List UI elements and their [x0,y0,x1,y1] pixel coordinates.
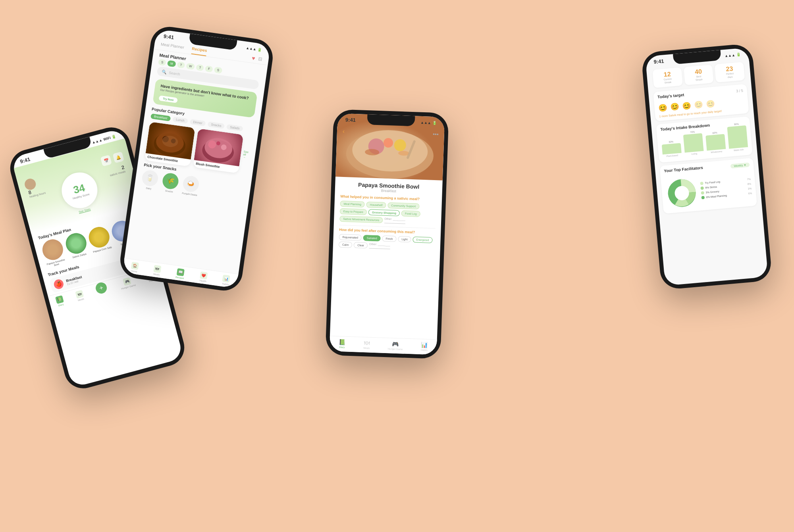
time-3: 9:41 [345,117,356,123]
time-4: 9:41 [653,58,664,65]
time-2: 9:41 [163,33,174,40]
tag-easy-prepare[interactable]: Easy to Prepare [340,208,367,215]
week-day-t2[interactable]: T [196,64,204,71]
snack-punjabi[interactable]: 🍛 Punjabi Daska [181,175,200,196]
week-day-t1[interactable]: T [177,61,185,68]
hunger-icon: 🎮 [123,277,131,286]
facilitator-tags: Meal Planning Househelf Community Suppor… [339,201,436,225]
calendar-icon[interactable]: 📅 [100,155,112,166]
living-label: Living [692,152,698,155]
meal-image-3 [87,225,112,250]
diary-icon: 📗 [55,296,64,304]
meals-icon-2: 🍽 [153,265,161,273]
nav-meals[interactable]: 🍽 Meals [75,290,85,302]
snack-snacks[interactable]: 🌾 Snacks [161,172,179,193]
week-day-f[interactable]: F [205,65,213,72]
punjabi-icon: 🍛 [182,175,200,193]
wholesome-pct: 60% [712,131,717,134]
nav-hunger-game[interactable]: 🎮 Hunger Game [119,276,136,290]
snacks-icon: 🌾 [162,172,179,190]
tag-energized[interactable]: Energized [412,236,432,243]
phone-detail-screen: 9:41 ▲▲▲ 🔋 ‹ ••• [330,113,445,355]
bell-icon[interactable]: 🔔 [113,152,124,163]
nav2-home[interactable]: 🏠 Home [130,262,139,273]
list-item[interactable]: Papaya Smoothie Bowl [39,237,67,269]
emoji-3: 😊 [682,101,692,111]
tag-meal-planning[interactable]: Meal Planning [340,201,365,207]
list-item[interactable]: Sattvic Daliya [64,231,91,263]
nav3-hunger[interactable]: 🎮 Hunger Game [388,340,403,350]
snack-dairy[interactable]: 🥛 Dairy [141,169,159,190]
recipe-card-blush[interactable]: Blush Smoothie [193,129,243,173]
meal-planning-text: 6% Meal Planning [706,194,727,199]
meals-label-3: Meals [363,347,370,350]
heart-icon[interactable]: ♥ [251,55,255,61]
cat-tab-snacks[interactable]: Snacks [208,121,225,129]
food-log-text: Try Food Log [705,180,720,184]
sattvic-meals-stat: 2 sattvic meals [108,164,126,177]
tag-calm[interactable]: Calm [339,242,353,248]
cat-tab-dinner[interactable]: Dinner [190,119,206,126]
back-button[interactable]: ‹ [343,128,345,135]
status-icons-3: ▲▲▲ 🔋 [420,120,437,125]
nav3-habits[interactable]: 📊 Habits [421,342,428,351]
nav2-habits[interactable]: 📊 Habits [222,275,230,286]
tag-fresh[interactable]: Fresh [382,236,396,242]
habits-icon-3: 📊 [421,342,428,348]
nav2-recipes[interactable]: 📖 Recipes [175,268,185,280]
tag-grocery[interactable]: Grocery Shopping [368,209,400,216]
tag-community[interactable]: Community Support [387,202,419,209]
tag-other-1: Other: ________ [384,217,405,224]
perfect-days-label: Perfectdays [719,72,741,80]
add-button[interactable]: + [94,281,108,295]
diary-label-3: Diary [339,346,345,348]
nav2-meals[interactable]: 🍽 Meals [153,265,161,276]
filter-icon[interactable]: ⊟ [258,56,263,62]
tag-movement[interactable]: Sattvic Movement Resources [339,216,383,223]
meals-icon: 🍽 [75,290,84,299]
phone-meal-detail: 9:41 ▲▲▲ 🔋 ‹ ••• [325,109,449,359]
plant-label: Plant-based [666,154,678,157]
see-all-link[interactable]: See all → [243,150,249,159]
blush-smoothie-image [194,129,244,166]
week-day-w[interactable]: W [186,63,195,70]
nav-diary[interactable]: 📗 Diary [55,296,65,307]
week-day-m[interactable]: M [167,60,176,67]
meal-planning-pct: 6% [748,192,752,195]
water-label: Water-rich [734,148,744,151]
recipe-card-choc[interactable]: Chocolate Smoothie [145,122,195,167]
week-day-s2[interactable]: S [214,67,222,74]
tag-rejuvenated[interactable]: Rejuvenated [339,234,362,241]
meal-image-2 [64,231,89,256]
best-streak: 40 BestStreak [684,65,714,85]
try-now-button[interactable]: Try Now [158,95,178,103]
recipes-label: Recipes [175,276,184,280]
emoji-1: 😊 [658,103,668,113]
cat-tab-salads[interactable]: Salads [226,124,243,132]
cat-tab-breakfast[interactable]: Breakfast [150,113,171,121]
dairy-icon: 🥛 [141,169,159,187]
tag-light[interactable]: Light [398,236,411,242]
more-options-button[interactable]: ••• [433,131,439,138]
list-item[interactable]: Papaya Corn Salp [87,225,114,256]
meal-planning-dot [701,196,705,199]
weekly-badge[interactable]: Weekly ▼ [730,162,750,168]
tag-househelf[interactable]: Househelf [366,202,386,208]
bar-plant: 30% Plant-based [661,140,682,157]
grocery-pct: 3% [748,187,752,190]
tag-satiated[interactable]: Satiated [363,235,381,242]
week-day-s1[interactable]: S [158,59,166,66]
meal-image-1 [40,237,66,263]
emoji-4: 😊 [694,100,703,109]
nav3-diary[interactable]: 📗 Diary [339,339,346,349]
stress-text: 8% Stress [705,185,717,189]
nav2-health[interactable]: ❤️ Health [199,271,208,282]
status-icons-2: ▲▲▲ 🔋 [246,46,262,52]
tag-food-log[interactable]: Food Log [401,210,420,217]
search-icon: 🔍 [162,69,167,75]
cat-tab-lunch[interactable]: Lunch [172,117,188,124]
meals-icon-3: 🍽 [364,340,370,346]
tag-clear[interactable]: Clear [354,242,368,248]
bar-chart: 30% Plant-based 70% Living 60% Wholesome [661,127,748,158]
nav3-meals[interactable]: 🍽 Meals [363,340,370,350]
